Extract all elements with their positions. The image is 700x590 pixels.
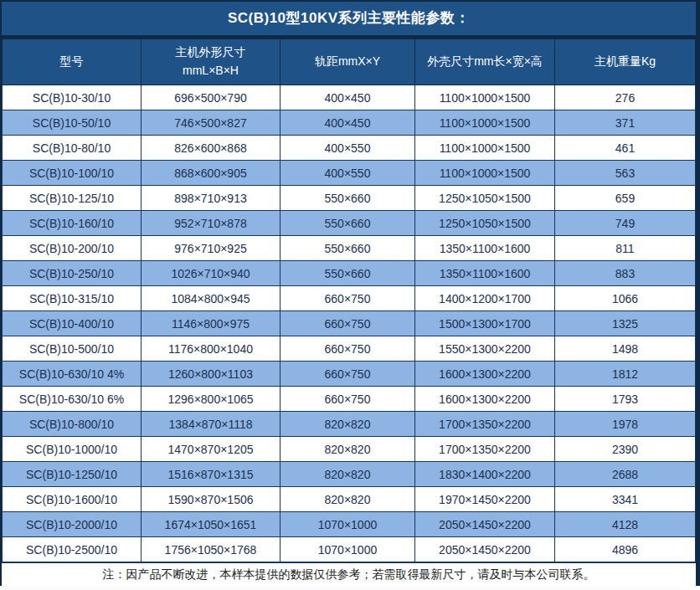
value-cell: 276: [555, 85, 696, 110]
model-cell: SC(B)10-1250/10: [3, 462, 142, 487]
value-cell: 898×710×913: [142, 186, 281, 211]
value-cell: 1498: [555, 336, 696, 362]
value-cell: 4896: [555, 537, 696, 562]
table-row: SC(B)10-80/10826×600×868400×5501100×1000…: [3, 136, 696, 161]
value-cell: 1500×1300×1700: [415, 311, 555, 336]
table-row: SC(B)10-125/10898×710×913550×6601250×105…: [3, 186, 696, 211]
value-cell: 883: [555, 261, 696, 286]
value-cell: 1793: [555, 387, 696, 412]
value-cell: 1350×1100×1600: [415, 261, 555, 286]
value-cell: 400×450: [281, 110, 415, 136]
table-row: SC(B)10-1000/101470×870×1205820×8201700×…: [3, 437, 696, 462]
value-cell: 563: [555, 161, 696, 186]
table-row: SC(B)10-2500/101756×1050×17681070×100020…: [3, 537, 696, 562]
value-cell: 1250×1050×1500: [415, 186, 555, 211]
value-cell: 952×710×878: [142, 211, 281, 236]
value-cell: 660×750: [281, 387, 415, 412]
value-cell: 1812: [555, 362, 696, 387]
value-cell: 1026×710×940: [142, 261, 281, 286]
value-cell: 1070×1000: [281, 537, 415, 562]
value-cell: 826×600×868: [142, 136, 281, 161]
value-cell: 2050×1450×2200: [415, 537, 555, 562]
value-cell: 2050×1450×2200: [415, 512, 555, 537]
table-row: SC(B)10-500/101176×800×1040660×7501550×1…: [3, 336, 696, 362]
model-cell: SC(B)10-630/10 6%: [3, 387, 142, 412]
model-cell: SC(B)10-800/10: [3, 412, 142, 437]
value-cell: 1516×870×1315: [142, 462, 281, 487]
value-cell: 976×710×925: [142, 236, 281, 261]
value-cell: 550×660: [281, 261, 415, 286]
table-row: SC(B)10-1600/101590×870×1506820×8201970×…: [3, 487, 696, 512]
value-cell: 1970×1450×2200: [415, 487, 555, 512]
value-cell: 4128: [555, 512, 696, 537]
value-cell: 1084×800×945: [142, 286, 281, 311]
table-row: SC(B)10-200/10976×710×925550×6601350×110…: [3, 236, 696, 261]
value-cell: 1296×800×1065: [142, 387, 281, 412]
value-cell: 400×450: [281, 85, 415, 110]
spec-sheet: SC(B)10型10KV系列主要性能参数： 型号主机外形尺寸 mmL×B×H轨距…: [0, 0, 700, 586]
value-cell: 659: [555, 186, 696, 211]
value-cell: 1756×1050×1768: [142, 537, 281, 562]
value-cell: 820×820: [281, 412, 415, 437]
table-row: SC(B)10-2000/101674×1050×16511070×100020…: [3, 512, 696, 537]
value-cell: 1070×1000: [281, 512, 415, 537]
value-cell: 1100×1000×1500: [415, 136, 555, 161]
table-row: SC(B)10-160/10952×710×878550×6601250×105…: [3, 211, 696, 236]
value-cell: 660×750: [281, 362, 415, 387]
value-cell: 1066: [555, 286, 696, 311]
value-cell: 2390: [555, 437, 696, 462]
value-cell: 1260×800×1103: [142, 362, 281, 387]
model-cell: SC(B)10-50/10: [3, 110, 142, 136]
value-cell: 400×550: [281, 136, 415, 161]
model-cell: SC(B)10-160/10: [3, 211, 142, 236]
value-cell: 461: [555, 136, 696, 161]
table-row: SC(B)10-400/101146×800×975660×7501500×13…: [3, 311, 696, 336]
spec-table: 型号主机外形尺寸 mmL×B×H轨距mmX×Y外壳尺寸mm长×宽×高主机重量Kg…: [2, 38, 696, 562]
model-cell: SC(B)10-125/10: [3, 186, 142, 211]
value-cell: 1250×1050×1500: [415, 211, 555, 236]
value-cell: 1700×1350×2200: [415, 412, 555, 437]
page-title: SC(B)10型10KV系列主要性能参数：: [2, 2, 696, 38]
value-cell: 550×660: [281, 211, 415, 236]
table-row: SC(B)10-315/101084×800×945660×7501400×12…: [3, 286, 696, 311]
value-cell: 1600×1300×2200: [415, 362, 555, 387]
column-header: 轨距mmX×Y: [281, 39, 415, 85]
model-cell: SC(B)10-100/10: [3, 161, 142, 186]
value-cell: 660×750: [281, 311, 415, 336]
value-cell: 1100×1000×1500: [415, 161, 555, 186]
value-cell: 820×820: [281, 487, 415, 512]
value-cell: 1100×1000×1500: [415, 110, 555, 136]
model-cell: SC(B)10-200/10: [3, 236, 142, 261]
model-cell: SC(B)10-400/10: [3, 311, 142, 336]
value-cell: 2688: [555, 462, 696, 487]
table-row: SC(B)10-50/10746×500×827400×4501100×1000…: [3, 110, 696, 136]
value-cell: 1100×1000×1500: [415, 85, 555, 110]
value-cell: 1700×1350×2200: [415, 437, 555, 462]
model-cell: SC(B)10-250/10: [3, 261, 142, 286]
value-cell: 3341: [555, 487, 696, 512]
column-header: 外壳尺寸mm长×宽×高: [415, 39, 555, 85]
value-cell: 868×600×905: [142, 161, 281, 186]
model-cell: SC(B)10-2500/10: [3, 537, 142, 562]
model-cell: SC(B)10-630/10 4%: [3, 362, 142, 387]
footer-note: 注：因产品不断改进，本样本提供的数据仅供参考；若需取得最新尺寸，请及时与本公司联…: [2, 562, 696, 586]
value-cell: 1978: [555, 412, 696, 437]
column-header: 主机重量Kg: [555, 39, 696, 85]
value-cell: 749: [555, 211, 696, 236]
value-cell: 1350×1100×1600: [415, 236, 555, 261]
value-cell: 550×660: [281, 236, 415, 261]
value-cell: 1550×1300×2200: [415, 336, 555, 362]
model-cell: SC(B)10-80/10: [3, 136, 142, 161]
value-cell: 1590×870×1506: [142, 487, 281, 512]
value-cell: 400×550: [281, 161, 415, 186]
model-cell: SC(B)10-2000/10: [3, 512, 142, 537]
value-cell: 1470×870×1205: [142, 437, 281, 462]
value-cell: 1674×1050×1651: [142, 512, 281, 537]
value-cell: 1600×1300×2200: [415, 387, 555, 412]
value-cell: 1384×870×1118: [142, 412, 281, 437]
value-cell: 550×660: [281, 186, 415, 211]
table-row: SC(B)10-250/101026×710×940550×6601350×11…: [3, 261, 696, 286]
value-cell: 820×820: [281, 437, 415, 462]
model-cell: SC(B)10-1600/10: [3, 487, 142, 512]
value-cell: 371: [555, 110, 696, 136]
